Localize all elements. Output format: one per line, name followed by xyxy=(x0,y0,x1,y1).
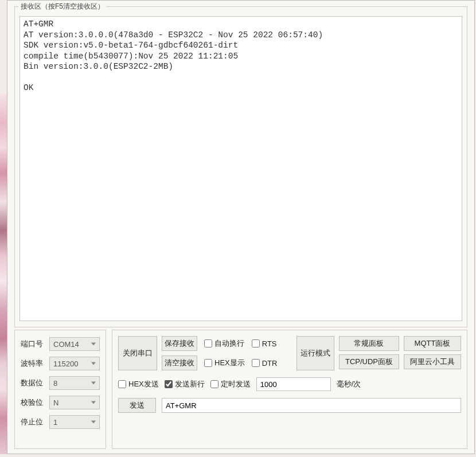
send-newline-checkbox[interactable] xyxy=(165,380,173,388)
send-row: 发送 xyxy=(118,398,461,413)
normal-panel-button[interactable]: 常规面板 xyxy=(339,336,399,351)
interval-input[interactable] xyxy=(256,377,331,391)
background-decoration xyxy=(0,93,7,454)
hex-send-checkbox[interactable] xyxy=(118,380,126,388)
clear-receive-button[interactable]: 清空接收 xyxy=(162,356,197,370)
lower-panel: 端口号 COM14 波特率 115200 数据位 8 校验位 xyxy=(14,330,467,449)
baud-row: 波特率 115200 xyxy=(21,357,100,370)
display-checks-col-1: 自动换行 HEX显示 xyxy=(202,336,245,370)
tcpudp-panel-button[interactable]: TCP/UDP面板 xyxy=(339,354,399,369)
dtr-checkbox[interactable] xyxy=(252,359,260,367)
send-command-input[interactable] xyxy=(162,398,461,413)
receive-output[interactable] xyxy=(19,16,462,321)
main-window: 接收区（按F5清空接收区） 端口号 COM14 波特率 115200 数据位 8 xyxy=(7,0,475,454)
stopbits-select[interactable]: 1 xyxy=(49,415,100,429)
spacer xyxy=(282,336,291,370)
databits-value: 8 xyxy=(53,379,57,388)
save-receive-button[interactable]: 保存接收 xyxy=(162,336,197,351)
control-panel: 关闭串口 保存接收 清空接收 自动换行 HEX显示 xyxy=(112,330,467,449)
receive-area-group: 接收区（按F5清空接收区） xyxy=(14,2,467,327)
hex-display-checkbox[interactable] xyxy=(204,359,212,367)
hex-send-label: HEX发送 xyxy=(128,379,159,389)
close-port-button[interactable]: 关闭串口 xyxy=(118,336,157,370)
send-options-row: HEX发送 发送新行 定时发送 毫秒/次 xyxy=(118,377,461,391)
send-newline-check[interactable]: 发送新行 xyxy=(165,379,205,389)
parity-row: 校验位 N xyxy=(21,396,100,409)
hex-display-check[interactable]: HEX显示 xyxy=(204,358,245,368)
parity-value: N xyxy=(53,399,58,407)
hex-display-label: HEX显示 xyxy=(214,358,245,368)
stopbits-row: 停止位 1 xyxy=(21,415,100,429)
auto-wrap-label: 自动换行 xyxy=(214,338,244,349)
stopbits-value: 1 xyxy=(53,418,57,427)
timed-send-checkbox[interactable] xyxy=(210,380,219,388)
aliyun-tool-button[interactable]: 阿里云小工具 xyxy=(404,354,461,369)
databits-select[interactable]: 8 xyxy=(49,376,100,390)
auto-wrap-checkbox[interactable] xyxy=(204,339,212,347)
databits-row: 数据位 8 xyxy=(21,376,100,390)
databits-label: 数据位 xyxy=(21,378,45,388)
auto-wrap-check[interactable]: 自动换行 xyxy=(204,338,245,349)
run-mode-col: 运行模式 xyxy=(296,336,334,370)
timed-send-label: 定时发送 xyxy=(221,379,251,389)
flow-checks-col: RTS DTR xyxy=(249,336,278,370)
send-newline-label: 发送新行 xyxy=(175,379,205,389)
parity-label: 校验位 xyxy=(21,397,45,408)
rts-check[interactable]: RTS xyxy=(252,339,278,348)
interval-unit-label: 毫秒/次 xyxy=(337,379,361,389)
hex-send-check[interactable]: HEX发送 xyxy=(118,379,159,389)
port-row: 端口号 COM14 xyxy=(21,337,100,351)
dtr-check[interactable]: DTR xyxy=(252,359,278,368)
panel-buttons-grid: 常规面板 MQTT面板 TCP/UDP面板 阿里云小工具 xyxy=(339,336,461,370)
rts-label: RTS xyxy=(262,339,277,348)
control-row-1: 关闭串口 保存接收 清空接收 自动换行 HEX显示 xyxy=(118,336,461,370)
run-mode-button[interactable]: 运行模式 xyxy=(296,336,334,370)
serial-config-panel: 端口号 COM14 波特率 115200 数据位 8 校验位 xyxy=(14,330,106,449)
receive-legend: 接收区（按F5清空接收区） xyxy=(18,2,107,11)
timed-send-check[interactable]: 定时发送 xyxy=(210,379,251,389)
rts-checkbox[interactable] xyxy=(252,339,260,347)
port-label: 端口号 xyxy=(21,339,45,349)
baud-select[interactable]: 115200 xyxy=(49,357,100,370)
send-button[interactable]: 发送 xyxy=(118,398,156,413)
dtr-label: DTR xyxy=(262,359,278,368)
port-value: COM14 xyxy=(53,340,79,349)
baud-value: 115200 xyxy=(53,360,78,368)
recv-buttons-stack: 保存接收 清空接收 xyxy=(162,336,197,370)
stopbits-label: 停止位 xyxy=(21,417,45,427)
port-select[interactable]: COM14 xyxy=(49,337,100,351)
baud-label: 波特率 xyxy=(21,358,45,369)
parity-select[interactable]: N xyxy=(49,396,100,409)
mqtt-panel-button[interactable]: MQTT面板 xyxy=(404,336,461,351)
